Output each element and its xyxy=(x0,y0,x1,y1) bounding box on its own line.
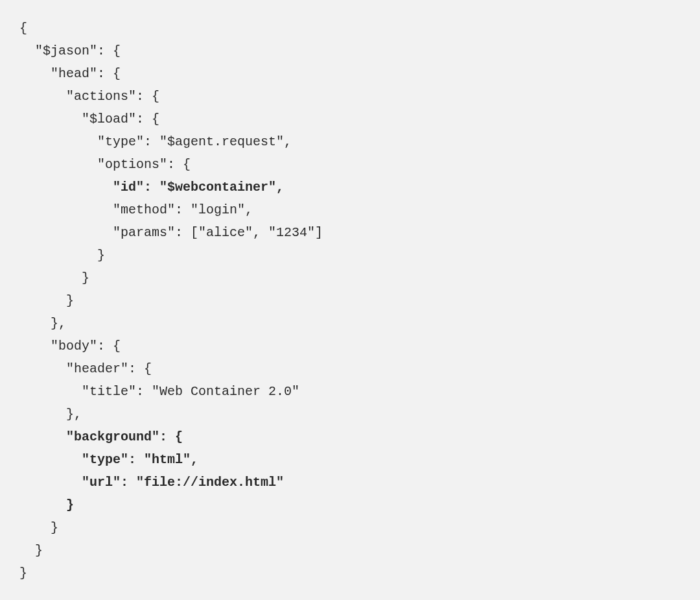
code-line: } xyxy=(19,543,43,558)
code-line: "$jason": { xyxy=(19,43,121,58)
code-block: { "$jason": { "head": { "actions": { "$l… xyxy=(0,0,700,600)
code-line: { xyxy=(19,21,27,36)
code-line: "$load": { xyxy=(19,112,159,126)
code-line: "method": "login", xyxy=(19,202,253,217)
code-line: } xyxy=(19,270,89,285)
code-line: }, xyxy=(19,407,82,422)
code-line: "type": "html", xyxy=(19,452,198,467)
code-line: "title": "Web Container 2.0" xyxy=(19,384,299,399)
code-line: } xyxy=(19,293,74,308)
code-line: "actions": { xyxy=(19,89,159,104)
code-line: } xyxy=(19,566,27,581)
code-line: "options": { xyxy=(19,157,191,172)
code-line: } xyxy=(19,520,58,535)
code-line: "id": "$webcontainer", xyxy=(19,180,284,195)
code-line: "head": { xyxy=(19,66,121,81)
code-line: } xyxy=(19,248,105,263)
code-line: "url": "file://index.html" xyxy=(19,475,284,490)
code-line: }, xyxy=(19,316,66,331)
code-line: "params": ["alice", "1234"] xyxy=(19,225,323,240)
code-line: "header": { xyxy=(19,361,152,376)
code-line: "body": { xyxy=(19,339,121,354)
code-line: } xyxy=(19,498,74,512)
code-line: "background": { xyxy=(19,429,183,444)
code-line: "type": "$agent.request", xyxy=(19,134,292,149)
